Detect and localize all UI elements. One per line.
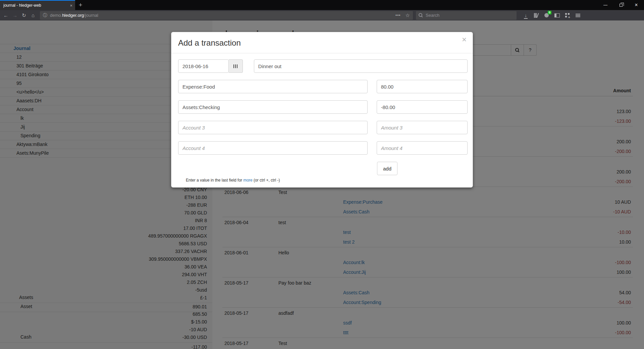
add-transaction-modal: Add a transaction × add Enter a value in…: [171, 32, 473, 188]
page-viewport: Journal12301 Beiträge4101 Girokonto95<u>…: [0, 20, 644, 349]
sidebar-toggle-icon[interactable]: [552, 11, 562, 20]
page-actions-icon[interactable]: •••: [395, 13, 401, 18]
navigation-toolbar: ← → ↻ ⌂ ⓘ demo.hledger.org/journal ••• ☆…: [0, 10, 644, 20]
account-amount-row: [178, 100, 468, 114]
account-amount-row: [178, 121, 468, 134]
minimize-button[interactable]: —: [598, 0, 613, 10]
home-icon[interactable]: ⌂: [29, 12, 38, 18]
back-icon[interactable]: ←: [1, 12, 10, 18]
browser-search-bar[interactable]: Search: [416, 11, 517, 20]
add-row: add: [377, 162, 468, 175]
search-placeholder: Search: [426, 13, 439, 18]
modal-title: Add a transaction: [178, 37, 466, 48]
account-amount-row: [178, 80, 468, 93]
url-bar[interactable]: ⓘ demo.hledger.org/journal ••• ☆: [40, 11, 413, 20]
tab-close-icon[interactable]: ×: [70, 3, 72, 8]
account-input-3[interactable]: [178, 121, 368, 134]
calendar-icon: [233, 64, 237, 68]
url-text: demo.hledger.org/journal: [50, 13, 98, 18]
amount-input-4[interactable]: [377, 141, 468, 155]
account-amount-row: [178, 141, 468, 155]
date-description-row: [178, 59, 468, 73]
toolbar-icons: ↓ 0: [521, 11, 583, 20]
restore-icon: [620, 4, 623, 7]
description-input[interactable]: [254, 59, 468, 73]
restore-button[interactable]: [613, 0, 629, 10]
posting-rows: [178, 80, 468, 155]
tab-bar: journal - hledger-web × + — ×: [0, 0, 644, 10]
search-icon: [419, 13, 423, 17]
browser-tab[interactable]: journal - hledger-web ×: [0, 0, 75, 10]
date-input[interactable]: [178, 59, 229, 73]
new-tab-button[interactable]: +: [75, 0, 86, 10]
browser-window: journal - hledger-web × + — × ← → ↻ ⌂ ⓘ …: [0, 0, 644, 349]
downloads-icon[interactable]: ↓: [521, 11, 531, 20]
site-info-icon[interactable]: ⓘ: [43, 12, 47, 18]
forward-icon[interactable]: →: [10, 12, 19, 18]
amount-input-3[interactable]: [377, 121, 468, 134]
extension-icon[interactable]: 0: [541, 11, 552, 20]
apps-grid-icon[interactable]: [562, 11, 573, 20]
amount-input-2[interactable]: [377, 100, 468, 114]
hint-text: Enter a value in the last field for more…: [186, 178, 468, 183]
tab-title: journal - hledger-web: [3, 3, 41, 8]
menu-icon[interactable]: [573, 11, 583, 20]
close-button[interactable]: ×: [629, 0, 644, 10]
more-link[interactable]: more: [243, 178, 252, 183]
modal-body: add Enter a value in the last field for …: [171, 53, 473, 187]
extension-badge: 0: [548, 11, 551, 14]
amount-input-1[interactable]: [377, 80, 468, 93]
library-icon[interactable]: [531, 11, 541, 20]
date-picker-button[interactable]: [229, 59, 243, 73]
modal-close-icon[interactable]: ×: [462, 36, 467, 44]
bookmark-star-icon[interactable]: ☆: [406, 12, 410, 18]
add-button[interactable]: add: [377, 162, 397, 175]
account-input-1[interactable]: [178, 80, 368, 93]
account-input-4[interactable]: [178, 141, 368, 155]
account-input-2[interactable]: [178, 100, 368, 114]
window-controls: — ×: [598, 0, 644, 10]
reload-icon[interactable]: ↻: [19, 12, 29, 18]
modal-header: Add a transaction ×: [171, 32, 473, 53]
